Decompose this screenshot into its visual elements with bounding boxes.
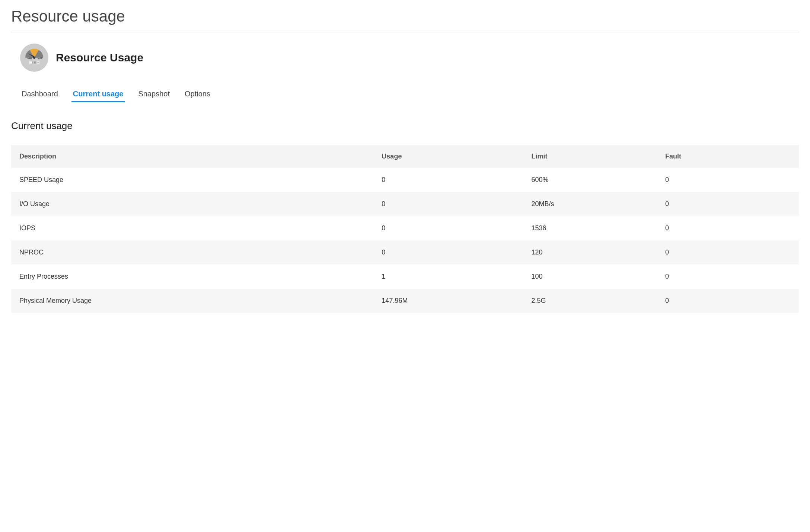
cell-limit: 20MB/s	[523, 192, 657, 216]
cell-limit: 1536	[523, 216, 657, 240]
table-row: SPEED Usage 0 600% 0	[11, 168, 799, 192]
header-section: MIN MAX Resource Usage	[11, 44, 799, 72]
table-header-row: Description Usage Limit Fault	[11, 145, 799, 168]
table-row: NPROC 0 120 0	[11, 240, 799, 265]
svg-rect-9	[35, 61, 36, 64]
tab-snapshot[interactable]: Snapshot	[137, 87, 171, 102]
cell-fault: 0	[657, 168, 799, 192]
col-header-limit: Limit	[523, 145, 657, 168]
page-title: Resource usage	[11, 7, 799, 32]
cell-usage: 147.96M	[373, 289, 523, 313]
cell-description: I/O Usage	[11, 192, 373, 216]
cell-fault: 0	[657, 289, 799, 313]
cell-limit: 120	[523, 240, 657, 265]
svg-rect-8	[34, 61, 35, 64]
svg-point-4	[33, 57, 35, 59]
svg-rect-7	[32, 61, 34, 64]
table-row: Entry Processes 1 100 0	[11, 265, 799, 289]
col-header-description: Description	[11, 145, 373, 168]
gauge-icon: MIN MAX	[20, 44, 48, 72]
cell-description: NPROC	[11, 240, 373, 265]
table-row: I/O Usage 0 20MB/s 0	[11, 192, 799, 216]
col-header-usage: Usage	[373, 145, 523, 168]
table-row: IOPS 0 1536 0	[11, 216, 799, 240]
tabs-container: Dashboard Current usage Snapshot Options	[11, 87, 799, 102]
usage-table: Description Usage Limit Fault SPEED Usag…	[11, 145, 799, 313]
table-row: Physical Memory Usage 147.96M 2.5G 0	[11, 289, 799, 313]
cell-usage: 0	[373, 216, 523, 240]
section-title: Current usage	[11, 120, 799, 132]
tab-current-usage[interactable]: Current usage	[71, 87, 125, 102]
svg-text:MIN: MIN	[28, 57, 32, 60]
header-title: Resource Usage	[56, 51, 143, 64]
svg-point-6	[30, 62, 32, 63]
tab-options[interactable]: Options	[183, 87, 212, 102]
cell-description: SPEED Usage	[11, 168, 373, 192]
cell-fault: 0	[657, 192, 799, 216]
cell-description: Physical Memory Usage	[11, 289, 373, 313]
cell-description: Entry Processes	[11, 265, 373, 289]
cell-usage: 0	[373, 240, 523, 265]
svg-point-10	[37, 62, 39, 63]
cell-description: IOPS	[11, 216, 373, 240]
svg-text:MAX: MAX	[38, 57, 42, 60]
cell-fault: 0	[657, 216, 799, 240]
cell-usage: 1	[373, 265, 523, 289]
tab-dashboard[interactable]: Dashboard	[20, 87, 60, 102]
cell-limit: 2.5G	[523, 289, 657, 313]
cell-usage: 0	[373, 192, 523, 216]
cell-usage: 0	[373, 168, 523, 192]
cell-limit: 600%	[523, 168, 657, 192]
cell-fault: 0	[657, 240, 799, 265]
cell-limit: 100	[523, 265, 657, 289]
col-header-fault: Fault	[657, 145, 799, 168]
cell-fault: 0	[657, 265, 799, 289]
